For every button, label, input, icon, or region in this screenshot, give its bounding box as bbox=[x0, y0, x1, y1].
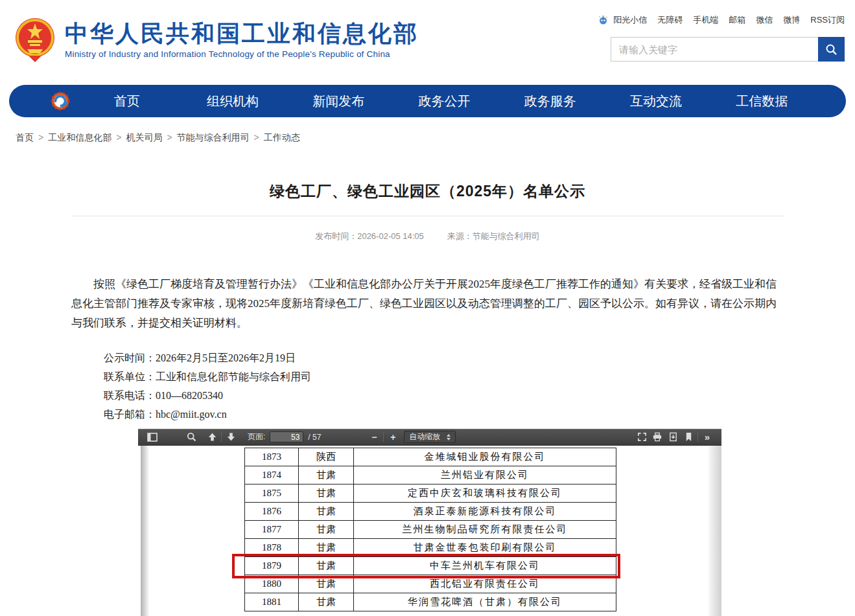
pdf-viewer: 页面: / 57 − + 自动缩放 bbox=[138, 429, 721, 616]
sidebar-toggle-icon bbox=[147, 433, 158, 442]
gov-e-logo-icon bbox=[49, 90, 71, 112]
zoom-out-button[interactable]: − bbox=[366, 430, 382, 444]
title-divider bbox=[71, 216, 784, 216]
quick-link[interactable]: 阳光小信 bbox=[613, 14, 647, 26]
print-button[interactable] bbox=[650, 430, 665, 444]
row-number-cell: 1877 bbox=[245, 521, 299, 539]
sidebar-toggle-button[interactable] bbox=[145, 430, 160, 444]
pdf-scrollbar[interactable] bbox=[709, 446, 721, 616]
nav-item[interactable]: 首页 bbox=[74, 93, 180, 110]
quick-link[interactable]: RSS订阅 bbox=[810, 14, 845, 26]
site-title: 中华人民共和国工业和信息化部 bbox=[65, 20, 419, 47]
province-cell: 甘肃 bbox=[299, 539, 354, 557]
page-down-button[interactable] bbox=[223, 430, 239, 444]
nav-item[interactable]: 组织机构 bbox=[180, 93, 285, 110]
table-row: 1875 甘肃 定西中庆玄和玻璃科技有限公司 bbox=[245, 485, 616, 503]
row-number-cell: 1875 bbox=[245, 485, 299, 503]
contact-info-line: 联系单位：工业和信息化部节能与综合利用司 bbox=[104, 367, 784, 386]
quick-link[interactable]: 无障碍 bbox=[657, 14, 683, 26]
province-cell: 甘肃 bbox=[299, 466, 354, 485]
quick-links: 阳光小信无障碍手机端邮箱微信微博RSS订阅 bbox=[598, 14, 845, 26]
province-cell: 甘肃 bbox=[299, 503, 354, 521]
find-icon bbox=[187, 432, 196, 442]
row-number-cell: 1878 bbox=[245, 539, 299, 557]
breadcrumb-item[interactable]: 工业和信息化部> bbox=[48, 132, 126, 144]
contact-info-line: 电子邮箱：hbc@miit.gov.cn bbox=[104, 405, 784, 424]
presentation-mode-button[interactable] bbox=[634, 430, 650, 444]
zoom-mode-value: 自动缩放 bbox=[409, 431, 440, 442]
site-header: 中华人民共和国工业和信息化部 Ministry of Industry and … bbox=[0, 0, 855, 85]
nav-item[interactable]: 政务服务 bbox=[497, 93, 603, 110]
page-total: / 57 bbox=[308, 433, 321, 442]
breadcrumb-separator: > bbox=[254, 132, 259, 143]
bookmark-icon bbox=[685, 432, 693, 442]
company-cell: 酒泉正泰新能源科技有限公司 bbox=[354, 503, 616, 521]
arrow-up-icon bbox=[207, 432, 217, 442]
quick-link[interactable]: 邮箱 bbox=[729, 14, 745, 26]
company-cell: 甘肃金世泰包装印刷有限公司 bbox=[354, 539, 616, 557]
download-icon bbox=[668, 432, 678, 442]
find-button[interactable] bbox=[183, 430, 199, 444]
table-row: 1874 甘肃 兰州铝业有限公司 bbox=[245, 466, 616, 485]
assistant-robot-icon bbox=[598, 15, 608, 25]
source-label: 来源： bbox=[447, 231, 473, 241]
breadcrumb: 首页> 工业和信息化部> 机关司局> 节能与综合利用司> 工作动态> bbox=[16, 132, 855, 144]
toolbar-divider bbox=[697, 432, 698, 442]
breadcrumb-item[interactable]: 首页> bbox=[16, 132, 48, 144]
company-cell: 华润雪花啤酒（甘肃）有限公司 bbox=[354, 593, 616, 611]
article-paragraph: 按照《绿色工厂梯度培育及管理暂行办法》《工业和信息化部办公厅关于开展2025年度… bbox=[71, 275, 784, 333]
ministry-titles: 中华人民共和国工业和信息化部 Ministry of Industry and … bbox=[65, 20, 419, 58]
more-tools-button[interactable]: » bbox=[699, 430, 715, 444]
bookmark-button[interactable] bbox=[681, 430, 696, 444]
table-row: 1881 甘肃 华润雪花啤酒（甘肃）有限公司 bbox=[245, 593, 616, 611]
quick-link[interactable]: 手机端 bbox=[693, 14, 718, 26]
table-row: 1877 甘肃 兰州生物制品研究所有限责任公司 bbox=[245, 521, 616, 539]
zoom-mode-select[interactable]: 自动缩放 bbox=[404, 431, 456, 443]
page-number-input[interactable] bbox=[270, 431, 303, 442]
search-bar bbox=[611, 37, 845, 62]
row-number-cell: 1879 bbox=[245, 557, 299, 575]
page-label: 页面: bbox=[248, 431, 265, 442]
row-number-cell: 1881 bbox=[245, 593, 299, 611]
breadcrumb-item[interactable]: 节能与综合利用司> bbox=[177, 132, 264, 144]
arrow-down-icon bbox=[226, 432, 236, 442]
province-cell: 甘肃 bbox=[299, 557, 354, 575]
province-cell: 甘肃 bbox=[299, 593, 354, 611]
company-cell: 兰州生物制品研究所有限责任公司 bbox=[354, 521, 616, 539]
toolbar-divider bbox=[383, 432, 384, 442]
breadcrumb-item[interactable]: 工作动态> bbox=[264, 132, 300, 144]
row-number-cell: 1880 bbox=[245, 575, 299, 593]
page: 中华人民共和国工业和信息化部 Ministry of Industry and … bbox=[0, 0, 855, 616]
page-up-button[interactable] bbox=[204, 430, 220, 444]
contact-info-line: 联系电话：010—68205340 bbox=[104, 386, 784, 405]
source: 节能与综合利用司 bbox=[473, 231, 540, 241]
row-number-cell: 1874 bbox=[245, 466, 299, 485]
search-button[interactable] bbox=[818, 37, 845, 62]
breadcrumb-separator: > bbox=[116, 132, 121, 143]
pdf-toolbar: 页面: / 57 − + 自动缩放 bbox=[138, 429, 721, 446]
select-caret-icon bbox=[447, 432, 451, 442]
nav-item[interactable]: 新闻发布 bbox=[286, 93, 392, 110]
row-number-cell: 1873 bbox=[245, 448, 299, 466]
green-factory-table: 1873 陕西 金堆城钼业股份有限公司 1874 甘肃 兰州铝业有限公司 187… bbox=[244, 448, 616, 611]
table-row: 1878 甘肃 甘肃金世泰包装印刷有限公司 bbox=[245, 539, 616, 557]
nav-item[interactable]: 互动交流 bbox=[603, 93, 709, 110]
search-icon bbox=[825, 43, 837, 56]
table-row: 1879 甘肃 中车兰州机车有限公司 bbox=[245, 557, 616, 575]
quick-link[interactable]: 微博 bbox=[783, 14, 800, 26]
main-nav: 首页组织机构新闻发布政务公开政务服务互动交流工信数据 bbox=[9, 85, 846, 117]
download-button[interactable] bbox=[665, 430, 681, 444]
page-title: 绿色工厂、绿色工业园区（2025年）名单公示 bbox=[0, 181, 855, 201]
breadcrumb-item[interactable]: 机关司局> bbox=[126, 132, 176, 144]
nav-item[interactable]: 政务公开 bbox=[392, 93, 497, 110]
quick-link[interactable]: 微信 bbox=[756, 14, 773, 26]
nav-item[interactable]: 工信数据 bbox=[709, 93, 815, 110]
table-row: 1880 甘肃 西北铝业有限责任公司 bbox=[245, 575, 616, 593]
search-input[interactable] bbox=[611, 37, 818, 62]
table-row: 1873 陕西 金堆城钼业股份有限公司 bbox=[245, 448, 616, 466]
national-emblem-icon bbox=[14, 16, 56, 63]
ministry-logo[interactable]: 中华人民共和国工业和信息化部 Ministry of Industry and … bbox=[14, 16, 419, 63]
zoom-in-button[interactable]: + bbox=[385, 430, 401, 444]
company-cell: 中车兰州机车有限公司 bbox=[354, 557, 616, 575]
publish-time: 2026-02-05 14:05 bbox=[357, 231, 424, 241]
